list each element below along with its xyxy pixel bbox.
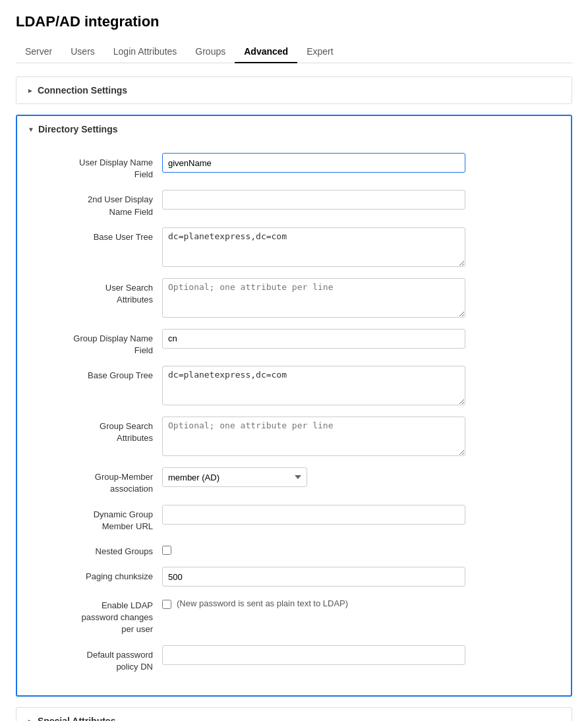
directory-settings-body: User Display NameField 2nd User DisplayN… bbox=[17, 142, 571, 695]
group-display-name-label: Group Display NameField bbox=[30, 329, 162, 357]
nested-groups-label: Nested Groups bbox=[30, 542, 162, 558]
group-display-name-control bbox=[162, 329, 465, 349]
base-user-tree-row: Base User Tree dc=planetexpress,dc=com bbox=[30, 227, 558, 269]
enable-ldap-password-checkbox-row: (New password is sent as plain text to L… bbox=[162, 596, 465, 609]
paging-chunksize-row: Paging chunksize bbox=[30, 567, 558, 587]
paging-chunksize-label: Paging chunksize bbox=[30, 567, 162, 583]
user-display-name-2-label: 2nd User DisplayName Field bbox=[30, 190, 162, 217]
special-chevron-icon: ► bbox=[27, 718, 34, 722]
group-display-name-row: Group Display NameField bbox=[30, 329, 558, 357]
directory-settings-section: ▼ Directory Settings User Display NameFi… bbox=[16, 115, 572, 697]
paging-chunksize-input[interactable] bbox=[162, 567, 465, 587]
special-attributes-header[interactable]: ► Special Attributes bbox=[16, 708, 572, 721]
directory-settings-title: Directory Settings bbox=[38, 124, 118, 134]
default-password-policy-control bbox=[162, 645, 465, 665]
directory-settings-header[interactable]: ▼ Directory Settings bbox=[17, 116, 571, 142]
base-user-tree-input[interactable]: dc=planetexpress,dc=com bbox=[162, 227, 465, 267]
user-display-name-2-input[interactable] bbox=[162, 190, 465, 210]
tab-groups[interactable]: Groups bbox=[186, 41, 235, 63]
tab-login-attributes[interactable]: Login Attributes bbox=[104, 41, 187, 63]
enable-ldap-password-row: Enable LDAPpassword changesper user (New… bbox=[30, 596, 558, 636]
group-member-assoc-label: Group-Memberassociation bbox=[30, 467, 162, 495]
enable-ldap-password-note: (New password is sent as plain text to L… bbox=[177, 596, 348, 608]
user-display-name-2-control bbox=[162, 190, 465, 210]
base-user-tree-label: Base User Tree bbox=[30, 227, 162, 243]
enable-ldap-password-checkbox[interactable] bbox=[162, 600, 171, 609]
connection-settings-header[interactable]: ► Connection Settings bbox=[16, 77, 572, 103]
default-password-policy-row: Default passwordpolicy DN bbox=[30, 645, 558, 673]
group-member-assoc-row: Group-Memberassociation member (AD) memb… bbox=[30, 467, 558, 495]
default-password-policy-input[interactable] bbox=[162, 645, 465, 665]
enable-ldap-password-control: (New password is sent as plain text to L… bbox=[162, 596, 465, 609]
paging-chunksize-control bbox=[162, 567, 465, 587]
group-search-attrs-input[interactable] bbox=[162, 417, 465, 456]
tab-server[interactable]: Server bbox=[16, 41, 61, 63]
tab-bar: Server Users Login Attributes Groups Adv… bbox=[16, 41, 572, 63]
base-user-tree-control: dc=planetexpress,dc=com bbox=[162, 227, 465, 269]
directory-chevron-icon: ▼ bbox=[28, 126, 34, 133]
dynamic-group-member-url-input[interactable] bbox=[162, 505, 465, 525]
tab-expert[interactable]: Expert bbox=[297, 41, 342, 63]
user-display-name-input[interactable] bbox=[162, 153, 465, 173]
nested-groups-checkbox[interactable] bbox=[162, 546, 171, 555]
group-member-assoc-select[interactable]: member (AD) memberUid uniqueMember bbox=[162, 467, 307, 487]
dynamic-group-member-url-label: Dynamic GroupMember URL bbox=[30, 505, 162, 533]
special-attributes-title: Special Attributes bbox=[38, 716, 116, 721]
group-search-attrs-label: Group SearchAttributes bbox=[30, 417, 162, 444]
tab-users[interactable]: Users bbox=[61, 41, 104, 63]
enable-ldap-password-label: Enable LDAPpassword changesper user bbox=[30, 596, 162, 636]
base-group-tree-row: Base Group Tree dc=planetexpress,dc=com bbox=[30, 366, 558, 407]
group-member-assoc-control: member (AD) memberUid uniqueMember bbox=[162, 467, 465, 487]
group-search-attrs-control bbox=[162, 417, 465, 458]
connection-chevron-icon: ► bbox=[27, 87, 34, 94]
page-title: LDAP/AD integration bbox=[16, 13, 572, 30]
special-attributes-section: ► Special Attributes bbox=[16, 707, 572, 721]
user-search-attrs-label: User SearchAttributes bbox=[30, 278, 162, 306]
user-search-attrs-control bbox=[162, 278, 465, 320]
connection-settings-section: ► Connection Settings bbox=[16, 76, 572, 104]
user-search-attrs-row: User SearchAttributes bbox=[30, 278, 558, 320]
user-search-attrs-input[interactable] bbox=[162, 278, 465, 318]
user-display-name-2-row: 2nd User DisplayName Field bbox=[30, 190, 558, 217]
base-group-tree-control: dc=planetexpress,dc=com bbox=[162, 366, 465, 407]
connection-settings-title: Connection Settings bbox=[38, 85, 127, 96]
group-search-attrs-row: Group SearchAttributes bbox=[30, 417, 558, 458]
user-display-name-label: User Display NameField bbox=[30, 153, 162, 181]
dynamic-group-member-url-control bbox=[162, 505, 465, 525]
nested-groups-row: Nested Groups bbox=[30, 542, 558, 558]
base-group-tree-input[interactable]: dc=planetexpress,dc=com bbox=[162, 366, 465, 405]
default-password-policy-label: Default passwordpolicy DN bbox=[30, 645, 162, 673]
user-display-name-row: User Display NameField bbox=[30, 153, 558, 181]
base-group-tree-label: Base Group Tree bbox=[30, 366, 162, 382]
nested-groups-control bbox=[162, 542, 465, 557]
dynamic-group-member-url-row: Dynamic GroupMember URL bbox=[30, 505, 558, 533]
user-display-name-control bbox=[162, 153, 465, 173]
tab-advanced[interactable]: Advanced bbox=[235, 41, 297, 63]
group-display-name-input[interactable] bbox=[162, 329, 465, 349]
